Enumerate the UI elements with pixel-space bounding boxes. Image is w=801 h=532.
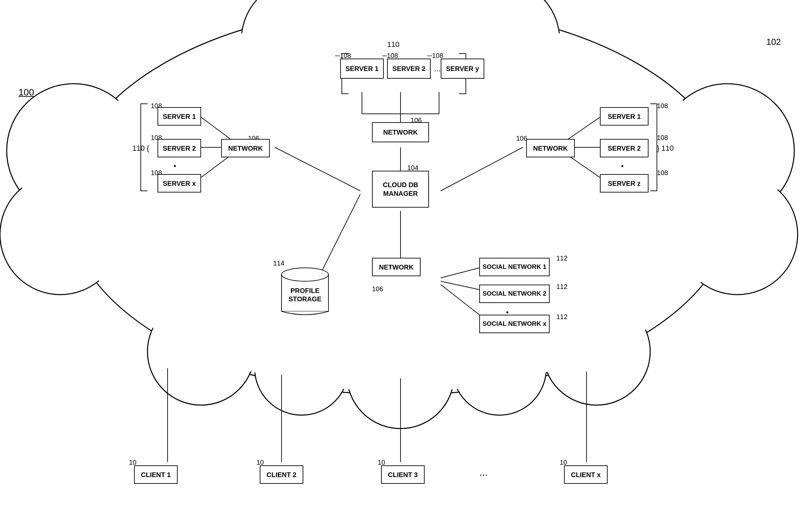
label-110-left: 110 { <box>132 144 149 153</box>
node-top-network: NETWORK <box>372 122 429 142</box>
svg-line-36 <box>441 147 523 191</box>
svg-point-9 <box>255 321 349 415</box>
svg-text:PROFILE: PROFILE <box>291 287 320 294</box>
ref-112-sn2: 112 <box>556 283 567 291</box>
svg-line-44 <box>441 285 479 315</box>
node-bottom-network: NETWORK <box>372 258 421 276</box>
svg-point-19 <box>663 87 791 214</box>
svg-point-6 <box>660 84 794 217</box>
node-right-network: NETWORK <box>526 139 575 157</box>
diagram-container: 100 102 ─108 ─108 ─108 SERVER 1 SERVER 2… <box>0 0 801 532</box>
svg-point-18 <box>3 177 117 291</box>
svg-point-3 <box>439 0 560 100</box>
svg-point-14 <box>245 0 359 97</box>
ref-112-snx: 112 <box>556 313 567 321</box>
node-clientx: CLIENT x <box>564 466 607 484</box>
node-social-networkx: SOCIAL NETWORK x <box>479 315 550 333</box>
svg-point-50 <box>281 268 328 281</box>
node-right-server2: SERVER 2 <box>600 139 649 157</box>
node-client2: CLIENT 2 <box>260 466 303 484</box>
svg-point-10 <box>347 321 454 429</box>
ref-108-right2: 108 <box>657 134 668 141</box>
svg-point-21 <box>151 301 251 402</box>
svg-point-11 <box>452 321 546 415</box>
dots-top: ··· <box>434 65 441 75</box>
node-right-serverz: SERVER z <box>600 174 649 192</box>
svg-point-16 <box>442 0 556 97</box>
label-100: 100 <box>18 87 34 98</box>
dots-left: • <box>174 162 176 170</box>
svg-line-43 <box>441 281 479 290</box>
node-social-network1: SOCIAL NETWORK 1 <box>479 258 550 276</box>
label-110-top: 110 <box>387 40 400 49</box>
svg-text:STORAGE: STORAGE <box>289 295 322 303</box>
svg-line-32 <box>275 147 360 191</box>
node-left-server1: SERVER 1 <box>158 107 201 126</box>
svg-point-5 <box>0 174 121 294</box>
node-left-server2: SERVER 2 <box>158 139 201 157</box>
ref-112-sn1: 112 <box>556 254 567 262</box>
svg-point-7 <box>677 174 798 294</box>
dots-clients: ··· <box>479 469 488 480</box>
node-left-network: NETWORK <box>221 139 270 157</box>
svg-point-1 <box>241 0 362 100</box>
node-top-server1: SERVER 1 <box>340 59 384 79</box>
svg-point-17 <box>10 87 138 214</box>
node-top-server2: SERVER 2 <box>387 59 431 79</box>
svg-point-4 <box>7 84 141 217</box>
dots-right: • <box>621 162 624 170</box>
node-social-network2: SOCIAL NETWORK 2 <box>479 285 550 303</box>
svg-point-24 <box>456 325 543 412</box>
ref-106-right: 106 <box>516 135 527 142</box>
node-profile-storage-svg: PROFILE STORAGE <box>278 265 332 318</box>
ref-108-rightz: 108 <box>657 169 668 177</box>
label-102: 102 <box>766 37 781 47</box>
ref-108-right1: 108 <box>657 102 668 110</box>
node-top-servery: SERVER y <box>441 59 484 79</box>
node-right-server1: SERVER 1 <box>600 107 649 126</box>
ref-106-bottom: 106 <box>372 285 383 293</box>
svg-point-20 <box>680 177 794 291</box>
svg-point-2 <box>333 0 468 94</box>
svg-line-42 <box>441 268 479 278</box>
node-left-serverx: SERVER x <box>158 174 201 192</box>
svg-point-8 <box>147 298 255 405</box>
svg-point-23 <box>350 325 451 425</box>
svg-point-22 <box>258 325 345 412</box>
label-110-right: } 110 <box>657 144 674 153</box>
node-client1: CLIENT 1 <box>134 466 178 484</box>
node-client3: CLIENT 3 <box>381 466 425 484</box>
node-cloud-db: CLOUD DBMANAGER <box>372 171 429 208</box>
